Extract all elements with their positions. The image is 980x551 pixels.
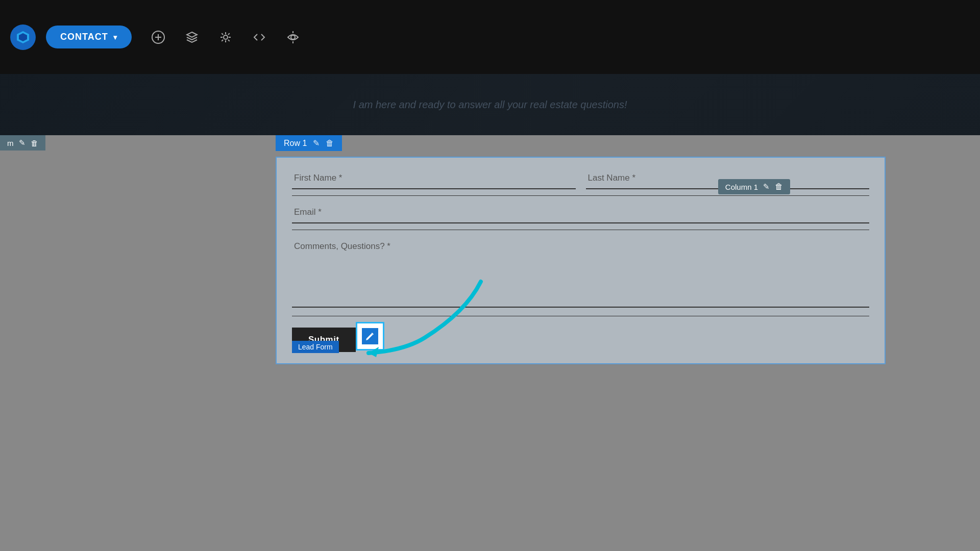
svg-point-6 (224, 35, 228, 39)
left-edit-icon[interactable]: ✎ (19, 138, 26, 147)
edit-pencil-icon (362, 328, 378, 344)
email-input[interactable] (292, 202, 869, 223)
row-label-text: Row 1 (284, 139, 307, 148)
content-area: m ✎ 🗑 Row 1 ✎ 🗑 Column 1 ✎ 🗑 (0, 135, 980, 551)
left-label-text: m (7, 139, 14, 147)
svg-marker-5 (187, 32, 197, 37)
left-delete-icon[interactable]: 🗑 (31, 139, 38, 147)
element-edit-popup[interactable] (356, 322, 384, 350)
row-label: Row 1 ✎ 🗑 (276, 135, 342, 151)
chevron-down-icon: ▾ (113, 33, 117, 41)
contact-label: CONTACT (60, 32, 108, 42)
comments-row (292, 236, 869, 316)
column-label-text: Column 1 (725, 183, 758, 191)
submit-row: Submit Lead Form (292, 322, 869, 353)
comments-input[interactable] (292, 236, 869, 308)
form-container: Column 1 ✎ 🗑 Submit Lead (276, 157, 886, 364)
row-delete-icon[interactable]: 🗑 (326, 139, 334, 148)
contact-button[interactable]: CONTACT ▾ (46, 26, 132, 48)
column-label: Column 1 ✎ 🗑 (718, 179, 790, 194)
toolbar: CONTACT ▾ (0, 0, 980, 74)
column-delete-icon[interactable]: 🗑 (775, 182, 783, 191)
background-area: I am here and ready to answer all your r… (0, 74, 980, 135)
toolbar-icons (147, 26, 304, 48)
first-name-input[interactable] (292, 168, 576, 189)
svg-point-7 (291, 35, 295, 39)
add-icon[interactable] (147, 26, 169, 48)
logo (10, 24, 36, 50)
settings-icon[interactable] (214, 26, 237, 48)
code-icon[interactable] (248, 26, 271, 48)
layers-icon[interactable] (181, 26, 203, 48)
left-element-label: m ✎ 🗑 (0, 135, 45, 151)
email-row (292, 202, 869, 230)
visibility-icon[interactable] (282, 26, 304, 48)
lead-form-label: Lead Form (292, 341, 339, 353)
row-edit-icon[interactable]: ✎ (313, 138, 320, 148)
column-edit-icon[interactable]: ✎ (763, 182, 770, 191)
form-inner: Submit Lead Form (277, 158, 885, 363)
